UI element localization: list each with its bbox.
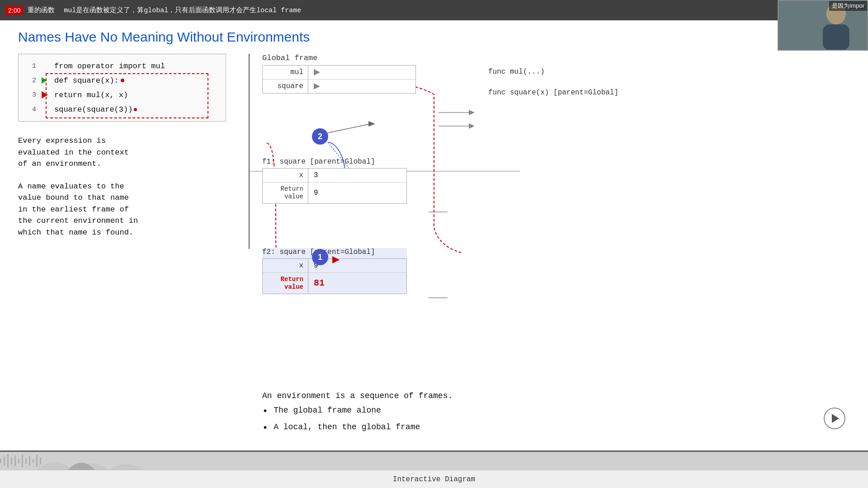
bullet-item-1: • The global frame alone — [262, 406, 453, 417]
func-text-mul: func mul(...) — [488, 68, 545, 76]
f1-frame-area: f1: square [parent=Global] x 3 Returnval… — [262, 158, 407, 204]
svg-rect-25 — [29, 456, 30, 465]
svg-rect-26 — [33, 459, 34, 463]
f2-val-return: 81 — [308, 273, 335, 294]
bullet-dot-1: • — [262, 406, 268, 417]
global-val-mul — [308, 66, 335, 79]
svg-rect-24 — [25, 458, 27, 464]
svg-marker-13 — [469, 123, 475, 129]
f2-frame-box: x 9 Returnvalue 81 — [262, 258, 407, 294]
func-text-square: func square(x) [parent=Global] — [488, 89, 618, 97]
line-num-3: 3 — [25, 91, 36, 99]
svg-rect-28 — [40, 457, 41, 465]
global-frame-row-square: square — [263, 80, 415, 93]
line-2-arrow — [42, 77, 54, 84]
code-text-2: def square(x): — [54, 76, 119, 85]
bottom-main-text: An environment is a sequence of frames. — [262, 391, 453, 400]
code-line-1: 1 from operator import mul — [25, 59, 219, 73]
f1-key-return: Returnvalue — [263, 183, 308, 203]
f1-title: f1: square [parent=Global] — [262, 158, 407, 166]
svg-marker-9 — [368, 121, 375, 127]
global-key-mul: mul — [263, 66, 308, 79]
vertical-divider — [249, 54, 250, 249]
left-text: Every expression is evaluated in the con… — [18, 135, 240, 238]
left-text-para2: A name evaluates to the value bound to t… — [18, 181, 240, 239]
code-text-4: square(square(3)) — [54, 105, 132, 114]
top-bar-title: 重的函数 — [28, 6, 55, 14]
svg-rect-19 — [7, 454, 9, 468]
video-thumbnail: 是因为impor — [778, 0, 868, 51]
play-icon — [832, 414, 839, 423]
f2-key-x: x — [263, 259, 308, 272]
f2-arrow — [332, 256, 340, 263]
f1-row-x: x 3 — [263, 169, 406, 183]
line-num-1: 1 — [25, 62, 36, 70]
badge-1: 1 — [312, 249, 328, 265]
top-bar-annotation: mul是在函数被定义了，算global，只有后面函数调用才会产生local fr… — [64, 6, 301, 14]
func-labels: func mul(...) func square(x) [parent=Glo… — [488, 64, 618, 105]
f1-val-return: 9 — [308, 183, 335, 203]
left-text-para1: Every expression is evaluated in the con… — [18, 135, 240, 170]
content-area: 1 from operator import mul 2 def square(… — [18, 54, 850, 249]
line-4-arrow — [42, 105, 54, 114]
svg-rect-18 — [4, 456, 5, 465]
f1-key-x: x — [263, 169, 308, 182]
code-line-4: 4 square(square(3)) — [25, 102, 219, 117]
global-frame-box: mul square — [262, 65, 416, 94]
f2-key-return: Returnvalue — [263, 273, 308, 294]
f1-row-return: Returnvalue 9 — [263, 183, 406, 203]
f2-row-return: Returnvalue 81 — [263, 273, 406, 294]
svg-rect-17 — [0, 459, 1, 463]
diagram-section: Global frame mul square — [249, 54, 850, 249]
code-line-2: 2 def square(x): — [25, 73, 219, 88]
f2-title: f2: square [parent=Global] — [262, 248, 407, 256]
svg-rect-23 — [22, 455, 23, 467]
top-bar: 2:00 重的函数 mul是在函数被定义了，算global，只有后面函数调用才会… — [0, 0, 868, 20]
global-frame-row-mul: mul — [263, 66, 415, 80]
svg-rect-22 — [18, 459, 19, 463]
svg-rect-27 — [36, 455, 38, 467]
slide-title: Names Have No Meaning Without Environmen… — [18, 29, 850, 45]
bullet-dot-2: • — [262, 422, 268, 434]
line-num-2: 2 — [25, 77, 36, 84]
global-frame-area: Global frame mul square — [262, 54, 850, 94]
interactive-label-text: Interactive Diagram — [393, 475, 475, 483]
main-content: Names Have No Meaning Without Environmen… — [0, 20, 868, 470]
f2-frame-area: f2: square [parent=Global] x 9 Returnval… — [262, 248, 407, 294]
video-thumb-label: 是因为impor — [829, 1, 867, 11]
bullet-text-2: A local, then the global frame — [274, 422, 420, 432]
bullet-item-2: • A local, then the global frame — [262, 422, 453, 434]
dot-line2 — [121, 79, 124, 82]
code-text-3: return mul(x, x) — [54, 91, 128, 99]
svg-rect-20 — [11, 457, 12, 465]
play-button[interactable] — [824, 408, 845, 429]
svg-line-8 — [328, 124, 371, 133]
global-frame-title: Global frame — [262, 54, 850, 62]
svg-marker-11 — [469, 110, 475, 115]
timer-badge: 2:00 — [5, 6, 23, 15]
line-1-arrow — [42, 62, 54, 70]
func-label-mul: func mul(...) — [488, 64, 618, 80]
f1-frame-box: x 3 Returnvalue 9 — [262, 168, 407, 204]
func-label-square: func square(x) [parent=Global] — [488, 84, 618, 101]
svg-rect-21 — [14, 455, 16, 466]
global-val-square — [308, 80, 335, 93]
dot-line4 — [134, 108, 137, 111]
interactive-label: Interactive Diagram — [0, 470, 868, 488]
code-section: 1 from operator import mul 2 def square(… — [18, 54, 240, 249]
global-key-square: square — [263, 80, 308, 93]
bottom-right-text: An environment is a sequence of frames. … — [262, 391, 453, 434]
waveform[interactable] — [0, 452, 868, 470]
f1-val-x: 3 — [308, 169, 335, 182]
code-box: 1 from operator import mul 2 def square(… — [18, 54, 226, 122]
line-num-4: 4 — [25, 106, 36, 113]
bullet-text-1: The global frame alone — [274, 406, 381, 415]
badge-2: 2 — [312, 128, 328, 145]
line-3-arrow — [42, 91, 54, 99]
code-line-3: 3 return mul(x, x) — [25, 88, 219, 102]
code-text-1: from operator import mul — [54, 62, 165, 70]
